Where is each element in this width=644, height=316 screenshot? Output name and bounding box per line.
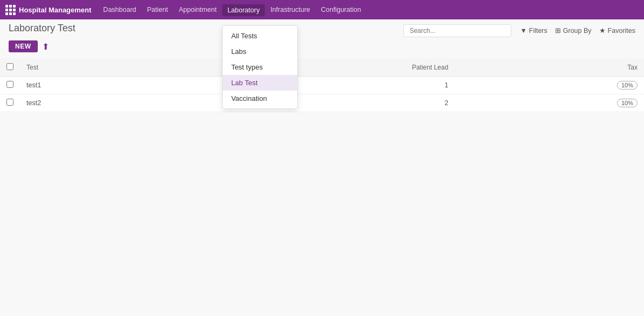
dropdown-all-tests[interactable]: All Tests	[223, 28, 297, 44]
col-patient-lead: Patient Lead	[176, 59, 455, 77]
page-title: Laboratory Test	[9, 23, 76, 38]
row1-test[interactable]: test1	[20, 77, 176, 94]
favorites-button[interactable]: ★ Favorites	[599, 26, 635, 35]
main-nav: Dashboard Patient Appointment Laboratory…	[98, 4, 366, 16]
col-test: Test	[20, 59, 176, 77]
row1-checkbox[interactable]	[6, 81, 13, 88]
search-input[interactable]	[403, 24, 511, 37]
table-row: test2 2 10%	[0, 94, 644, 112]
right-controls: ▼ Filters ⊞ Group By ★ Favorites	[403, 24, 635, 37]
table-row: test1 1 10%	[0, 77, 644, 94]
row1-tax: 10%	[455, 77, 644, 94]
table-container: Test Patient Lead Tax test1 1 10% te	[0, 59, 644, 112]
row1-checkbox-cell	[0, 77, 20, 94]
col-tax: Tax	[455, 59, 644, 77]
dropdown-vaccination[interactable]: Vaccination	[223, 91, 297, 106]
select-all-header[interactable]	[0, 59, 20, 77]
lab-tests-table: Test Patient Lead Tax test1 1 10% te	[0, 59, 644, 112]
nav-configuration[interactable]: Configuration	[316, 4, 366, 16]
upload-button[interactable]: ⬆	[42, 42, 49, 52]
row2-checkbox-cell	[0, 94, 20, 112]
dropdown-test-types[interactable]: Test types	[223, 59, 297, 75]
select-all-checkbox[interactable]	[6, 63, 13, 70]
row2-tax: 10%	[455, 94, 644, 112]
dropdown-labs[interactable]: Labs	[223, 44, 297, 59]
row2-test[interactable]: test2	[20, 94, 176, 112]
row2-checkbox[interactable]	[6, 99, 13, 106]
row1-patient-lead: 1	[176, 77, 455, 94]
filters-label: Filters	[529, 27, 547, 35]
page-header-row: Laboratory Test ▼ Filters ⊞ Group By ★ F…	[0, 19, 644, 38]
nav-dashboard[interactable]: Dashboard	[98, 4, 141, 16]
filter-actions: ▼ Filters ⊞ Group By ★ Favorites	[520, 26, 635, 35]
grid-icon	[5, 5, 16, 15]
top-navbar: Hospital Management Dashboard Patient Ap…	[0, 0, 644, 19]
table-header-row: Test Patient Lead Tax	[0, 59, 644, 77]
groupby-icon: ⊞	[555, 26, 561, 35]
laboratory-dropdown: All Tests Labs Test types Lab Test Vacci…	[222, 25, 298, 109]
groupby-label: Group By	[563, 27, 592, 35]
page-title-text: Laboratory Test	[9, 23, 76, 34]
row2-tax-badge: 10%	[617, 99, 638, 107]
groupby-button[interactable]: ⊞ Group By	[555, 26, 592, 35]
toolbar: NEW ⬆	[0, 38, 644, 54]
nav-appointment[interactable]: Appointment	[173, 4, 222, 16]
new-button[interactable]: NEW	[9, 40, 38, 52]
dropdown-lab-test[interactable]: Lab Test	[223, 75, 297, 91]
upload-icon: ⬆	[42, 42, 49, 51]
nav-patient[interactable]: Patient	[142, 4, 174, 16]
brand[interactable]: Hospital Management	[5, 5, 91, 15]
row2-patient-lead: 2	[176, 94, 455, 112]
filters-button[interactable]: ▼ Filters	[520, 27, 547, 35]
star-icon: ★	[599, 26, 606, 35]
brand-label: Hospital Management	[19, 6, 91, 14]
favorites-label: Favorites	[608, 27, 635, 35]
nav-laboratory[interactable]: Laboratory	[222, 4, 265, 16]
filter-icon: ▼	[520, 27, 526, 35]
row1-tax-badge: 10%	[617, 81, 638, 90]
nav-infrastructure[interactable]: Infrastructure	[265, 4, 316, 16]
nav-laboratory-wrap: Laboratory All Tests Labs Test types Lab…	[222, 6, 265, 14]
